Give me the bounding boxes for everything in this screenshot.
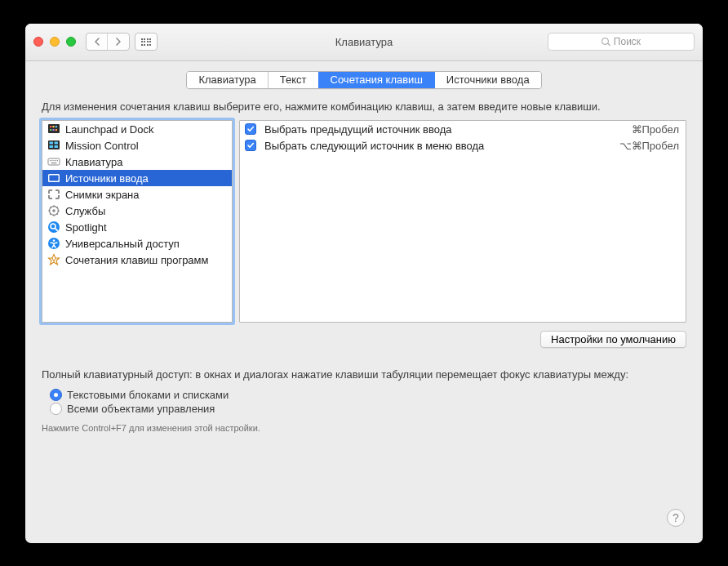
category-item[interactable]: Клавиатура bbox=[42, 154, 232, 170]
svg-rect-15 bbox=[53, 160, 54, 161]
shortcut-list: Выбрать предыдущий источник ввода⌘Пробел… bbox=[240, 121, 686, 154]
services-icon bbox=[47, 204, 60, 217]
category-item[interactable]: Универсальный доступ bbox=[42, 235, 232, 252]
panes: Launchpad и DockMission ControlКлавиатур… bbox=[42, 120, 686, 323]
shortcut-checkbox[interactable] bbox=[245, 140, 256, 151]
keyboard-icon bbox=[47, 155, 60, 168]
radio-label: Всеми объектами управления bbox=[67, 403, 215, 415]
check-icon bbox=[246, 141, 255, 149]
category-item[interactable]: Службы bbox=[42, 203, 232, 219]
tab-keyboard[interactable]: Клавиатура bbox=[187, 72, 268, 88]
screenshot-icon bbox=[47, 188, 60, 201]
svg-point-35 bbox=[53, 240, 55, 243]
description-text: Для изменения сочетания клавиш выберите … bbox=[42, 100, 686, 114]
category-item[interactable]: Снимки экрана bbox=[42, 186, 232, 203]
zoom-window-button[interactable] bbox=[66, 37, 76, 47]
svg-rect-2 bbox=[52, 126, 54, 127]
radio-button[interactable] bbox=[50, 403, 62, 415]
chevron-left-icon bbox=[94, 38, 100, 46]
mission-control-icon bbox=[47, 139, 60, 152]
help-icon: ? bbox=[673, 511, 679, 524]
app-shortcuts-icon bbox=[47, 253, 60, 266]
svg-rect-8 bbox=[50, 142, 54, 145]
back-forward-group bbox=[86, 33, 130, 51]
svg-rect-5 bbox=[52, 129, 54, 131]
svg-rect-13 bbox=[50, 160, 51, 161]
check-icon bbox=[246, 125, 255, 133]
tab-input-sources[interactable]: Источники ввода bbox=[435, 72, 541, 88]
category-item[interactable]: Launchpad и Dock bbox=[42, 121, 232, 137]
accessibility-icon bbox=[47, 237, 60, 250]
svg-rect-6 bbox=[55, 129, 57, 131]
preferences-window: Клавиатура Поиск Клавиатура Текст Сочета… bbox=[25, 24, 703, 543]
svg-rect-3 bbox=[55, 126, 57, 127]
category-label: Снимки экрана bbox=[65, 189, 140, 201]
help-button[interactable]: ? bbox=[667, 509, 685, 527]
category-label: Mission Control bbox=[65, 140, 139, 152]
search-field[interactable]: Поиск bbox=[548, 33, 695, 51]
back-button[interactable] bbox=[87, 33, 108, 50]
category-label: Клавиатура bbox=[65, 156, 122, 168]
chevron-right-icon bbox=[115, 38, 122, 46]
defaults-row: Настройки по умолчанию bbox=[42, 331, 686, 348]
category-list: Launchpad и DockMission ControlКлавиатур… bbox=[42, 121, 232, 268]
shortcut-pane[interactable]: Выбрать предыдущий источник ввода⌘Пробел… bbox=[239, 120, 686, 323]
content-area: Клавиатура Текст Сочетания клавиш Источн… bbox=[25, 61, 703, 543]
tab-access-option-text[interactable]: Текстовыми блоками и списками bbox=[50, 389, 686, 401]
close-window-button[interactable] bbox=[33, 37, 43, 47]
svg-rect-0 bbox=[48, 124, 60, 133]
input-source-icon bbox=[47, 172, 60, 185]
category-pane[interactable]: Launchpad и DockMission ControlКлавиатур… bbox=[42, 120, 233, 323]
shortcut-label: Выбрать предыдущий источник ввода bbox=[264, 123, 624, 136]
svg-rect-20 bbox=[49, 176, 58, 181]
category-label: Launchpad и Dock bbox=[65, 123, 153, 136]
svg-rect-1 bbox=[50, 126, 51, 127]
svg-point-22 bbox=[52, 210, 55, 213]
tab-access-option-all[interactable]: Всеми объектами управления bbox=[50, 403, 686, 415]
svg-rect-14 bbox=[51, 160, 52, 161]
spotlight-icon bbox=[47, 221, 60, 234]
titlebar: Клавиатура Поиск bbox=[25, 24, 703, 61]
category-label: Универсальный доступ bbox=[65, 238, 180, 250]
category-item[interactable]: Spotlight bbox=[42, 219, 232, 235]
shortcut-checkbox[interactable] bbox=[245, 123, 256, 135]
search-placeholder: Поиск bbox=[614, 36, 641, 47]
tab-access-header: Полный клавиатурный доступ: в окнах и ди… bbox=[42, 368, 686, 382]
radio-label: Текстовыми блоками и списками bbox=[67, 389, 229, 401]
svg-rect-11 bbox=[55, 145, 59, 148]
category-item[interactable]: Mission Control bbox=[42, 137, 232, 154]
svg-rect-18 bbox=[51, 163, 57, 163]
search-icon bbox=[601, 38, 610, 47]
category-item[interactable]: Источники ввода bbox=[42, 170, 232, 186]
category-label: Службы bbox=[65, 205, 105, 217]
category-label: Сочетания клавиш программ bbox=[65, 254, 208, 266]
svg-rect-16 bbox=[55, 160, 56, 161]
tab-access-section: Полный клавиатурный доступ: в окнах и ди… bbox=[42, 368, 686, 433]
tab-text[interactable]: Текст bbox=[269, 72, 319, 88]
svg-rect-12 bbox=[48, 158, 60, 165]
svg-rect-9 bbox=[55, 142, 59, 145]
category-label: Spotlight bbox=[65, 221, 107, 234]
launchpad-icon bbox=[47, 123, 60, 136]
svg-rect-17 bbox=[57, 160, 58, 161]
tab-shortcuts[interactable]: Сочетания клавиш bbox=[319, 72, 435, 88]
tab-bar: Клавиатура Текст Сочетания клавиш Источн… bbox=[186, 71, 541, 89]
toolbar-nav-group bbox=[86, 33, 158, 51]
tab-access-hint: Нажмите Control+F7 для изменения этой на… bbox=[42, 423, 686, 433]
grid-icon bbox=[141, 38, 152, 46]
restore-defaults-button[interactable]: Настройки по умолчанию bbox=[540, 331, 686, 348]
minimize-window-button[interactable] bbox=[50, 37, 60, 47]
svg-rect-4 bbox=[50, 129, 51, 131]
show-all-button[interactable] bbox=[135, 33, 158, 51]
radio-button[interactable] bbox=[50, 389, 62, 401]
shortcut-key[interactable]: ⌘Пробел bbox=[632, 123, 680, 136]
svg-rect-10 bbox=[50, 145, 54, 148]
shortcut-row[interactable]: Выбрать следующий источник в меню ввода⌥… bbox=[240, 137, 686, 154]
forward-button[interactable] bbox=[108, 33, 129, 50]
shortcut-label: Выбрать следующий источник в меню ввода bbox=[264, 140, 611, 152]
shortcut-key[interactable]: ⌥⌘Пробел bbox=[619, 140, 680, 152]
traffic-lights bbox=[33, 37, 76, 47]
category-item[interactable]: Сочетания клавиш программ bbox=[42, 252, 232, 268]
category-label: Источники ввода bbox=[65, 172, 149, 185]
shortcut-row[interactable]: Выбрать предыдущий источник ввода⌘Пробел bbox=[240, 121, 686, 137]
